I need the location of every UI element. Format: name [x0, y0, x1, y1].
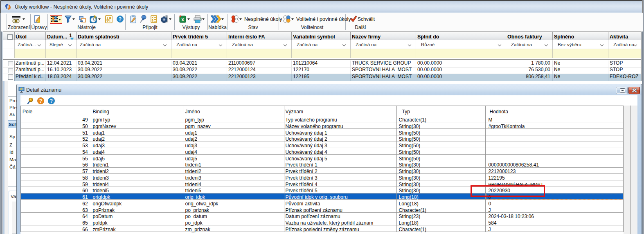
svg-text:?: ?: [39, 98, 42, 104]
svg-text:?: ?: [50, 98, 52, 104]
svg-text:?: ?: [119, 16, 122, 22]
svg-text:x: x: [181, 17, 184, 22]
